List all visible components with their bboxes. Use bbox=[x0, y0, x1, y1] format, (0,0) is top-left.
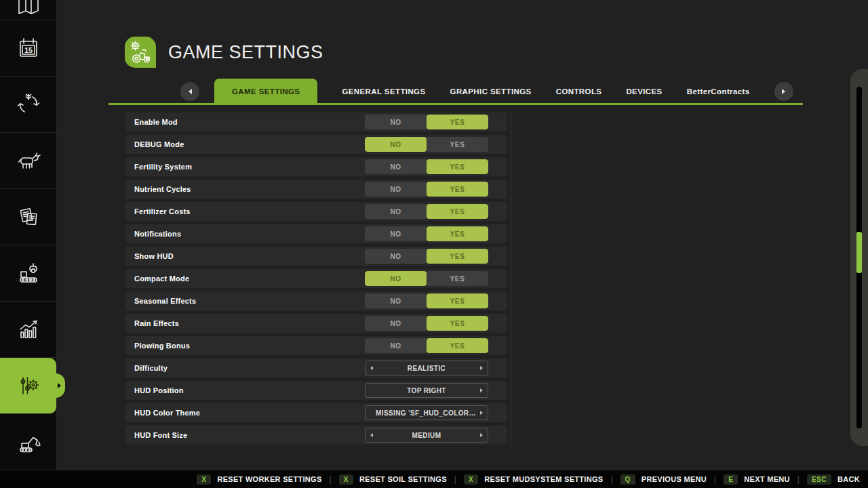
toggle-rain-effects: NOYES bbox=[365, 316, 488, 331]
select-next-icon[interactable] bbox=[480, 411, 483, 415]
setting-label: DEBUG Mode bbox=[134, 140, 184, 148]
toggle-option-yes[interactable]: YES bbox=[427, 293, 488, 308]
setting-row: DifficultyREALISTIC bbox=[125, 359, 507, 378]
sidebar-item-statistics[interactable] bbox=[0, 302, 56, 358]
key-badge: Q bbox=[620, 474, 635, 485]
setting-row: Enable ModNOYES bbox=[125, 113, 507, 131]
setting-label: Enable Mod bbox=[134, 118, 178, 126]
footer-button-label: RESET SOIL SETTINGS bbox=[359, 475, 447, 483]
footer-divider: | bbox=[454, 474, 456, 484]
toggle-option-no[interactable]: NO bbox=[365, 293, 427, 308]
sidebar-item-settings[interactable] bbox=[0, 358, 56, 414]
toggle-option-yes[interactable]: YES bbox=[427, 159, 488, 174]
select-next-icon[interactable] bbox=[480, 366, 483, 370]
select-prev-icon[interactable] bbox=[370, 433, 373, 437]
settings-panel: Enable ModNOYESDEBUG ModeNOYESFertility … bbox=[125, 113, 507, 448]
toggle-option-yes[interactable]: YES bbox=[427, 182, 488, 197]
footer-button-back[interactable]: ESCBACK bbox=[807, 474, 860, 485]
toggle-debug-mode: NOYES bbox=[365, 137, 488, 152]
toggle-enable-mod: NOYES bbox=[365, 115, 488, 129]
select-next-icon[interactable] bbox=[480, 433, 483, 437]
toggle-seasonal-effects: NOYES bbox=[365, 293, 488, 308]
toggle-option-yes[interactable]: YES bbox=[427, 137, 488, 152]
page-title: GAME SETTINGS bbox=[168, 42, 323, 63]
footer-button-label: RESET WORKER SETTINGS bbox=[217, 475, 321, 483]
sidebar-item-contracts[interactable] bbox=[0, 189, 56, 245]
toggle-option-yes[interactable]: YES bbox=[427, 115, 488, 129]
toggle-option-yes[interactable]: YES bbox=[427, 249, 488, 264]
toggle-option-yes[interactable]: YES bbox=[427, 316, 488, 331]
footer-button-label: BACK bbox=[837, 475, 860, 483]
sidebar-item-construction[interactable] bbox=[0, 414, 56, 470]
tractor-gear-icon bbox=[125, 37, 156, 68]
setting-row: Show HUDNOYES bbox=[125, 247, 507, 266]
key-badge: X bbox=[464, 474, 478, 485]
sidebar-item-production[interactable] bbox=[0, 245, 56, 302]
toggle-option-no[interactable]: NO bbox=[365, 182, 427, 197]
footer-button-next-menu[interactable]: ENEXT MENU bbox=[724, 474, 790, 485]
footer-button-previous-menu[interactable]: QPREVIOUS MENU bbox=[620, 474, 707, 485]
sidebar-item-calendar[interactable]: 15 bbox=[0, 20, 56, 77]
setting-label: Fertility System bbox=[134, 163, 192, 171]
toggle-option-no[interactable]: NO bbox=[365, 226, 427, 241]
footer-button-reset-soil-settings[interactable]: XRESET SOIL SETTINGS bbox=[339, 474, 447, 485]
setting-label: Show HUD bbox=[134, 252, 174, 260]
setting-row: DEBUG ModeNOYES bbox=[125, 135, 507, 154]
setting-row: Compact ModeNOYES bbox=[125, 269, 507, 288]
setting-row: Plowing BonusNOYES bbox=[125, 336, 507, 355]
key-badge: X bbox=[197, 474, 211, 485]
sidebar-item-animals[interactable] bbox=[0, 133, 56, 189]
select-hud-color-theme[interactable]: MISSING 'SF_HUD_COLOR_1' L.. bbox=[365, 405, 488, 420]
footer-button-label: PREVIOUS MENU bbox=[642, 475, 707, 483]
toggle-option-no[interactable]: NO bbox=[365, 271, 427, 286]
toggle-option-no[interactable]: NO bbox=[365, 159, 427, 174]
sidebar-item-map[interactable] bbox=[0, 0, 56, 20]
tab-game-settings[interactable]: GAME SETTINGS bbox=[214, 79, 317, 104]
select-hud-position[interactable]: TOP RIGHT bbox=[365, 383, 488, 398]
footer-button-reset-worker-settings[interactable]: XRESET WORKER SETTINGS bbox=[197, 474, 321, 485]
toggle-option-no[interactable]: NO bbox=[365, 204, 427, 219]
footer-button-reset-mudsystem-settings[interactable]: XRESET MUDSYSTEM SETTINGS bbox=[464, 474, 603, 485]
toggle-option-no[interactable]: NO bbox=[365, 338, 427, 353]
setting-row: HUD PositionTOP RIGHT bbox=[125, 381, 507, 400]
tab-general-settings[interactable]: GENERAL SETTINGS bbox=[342, 87, 425, 96]
setting-row: HUD Color ThemeMISSING 'SF_HUD_COLOR_1' … bbox=[125, 403, 507, 422]
tab-devices[interactable]: DEVICES bbox=[626, 87, 662, 96]
toggle-option-yes[interactable]: YES bbox=[427, 204, 488, 219]
select-next-icon[interactable] bbox=[480, 388, 483, 392]
chevron-right-icon bbox=[782, 89, 785, 94]
panel-divider bbox=[511, 110, 511, 447]
tab-underline bbox=[108, 103, 803, 105]
production-icon bbox=[15, 260, 42, 287]
toggle-option-no[interactable]: NO bbox=[365, 249, 427, 264]
toggle-option-no[interactable]: NO bbox=[365, 137, 427, 152]
footer-button-label: NEXT MENU bbox=[744, 475, 789, 483]
select-hud-font-size[interactable]: MEDIUM bbox=[365, 428, 488, 443]
scrollbar[interactable] bbox=[850, 69, 868, 446]
tab-graphic-settings[interactable]: GRAPHIC SETTINGS bbox=[450, 87, 532, 96]
tabs-scroll-left-button[interactable] bbox=[180, 82, 199, 101]
toggle-option-yes[interactable]: YES bbox=[427, 338, 488, 353]
toggle-option-no[interactable]: NO bbox=[365, 316, 427, 331]
setting-row: Seasonal EffectsNOYES bbox=[125, 291, 507, 310]
select-value: TOP RIGHT bbox=[407, 387, 446, 394]
select-difficulty[interactable]: REALISTIC bbox=[365, 361, 488, 375]
toggle-option-no[interactable]: NO bbox=[365, 115, 427, 129]
calendar-icon: 15 bbox=[15, 35, 42, 62]
key-badge: E bbox=[724, 474, 738, 485]
setting-row: Fertilizer CostsNOYES bbox=[125, 202, 507, 221]
setting-row: Fertility SystemNOYES bbox=[125, 157, 507, 176]
toggle-option-yes[interactable]: YES bbox=[427, 271, 488, 286]
scrollbar-track[interactable] bbox=[856, 87, 862, 428]
tab-controls[interactable]: CONTROLS bbox=[556, 87, 602, 96]
select-prev-icon[interactable] bbox=[370, 366, 373, 370]
tab-bettercontracts[interactable]: BetterContracts bbox=[687, 87, 750, 96]
chevron-left-icon bbox=[189, 89, 192, 94]
toggle-option-yes[interactable]: YES bbox=[427, 226, 488, 241]
sidebar-item-crop-rotation[interactable] bbox=[0, 77, 56, 133]
tabs-scroll-right-button[interactable] bbox=[774, 82, 793, 101]
setting-row: NotificationsNOYES bbox=[125, 224, 507, 243]
scrollbar-thumb[interactable] bbox=[856, 232, 862, 273]
key-badge: ESC bbox=[807, 474, 831, 485]
setting-label: Difficulty bbox=[134, 364, 167, 372]
